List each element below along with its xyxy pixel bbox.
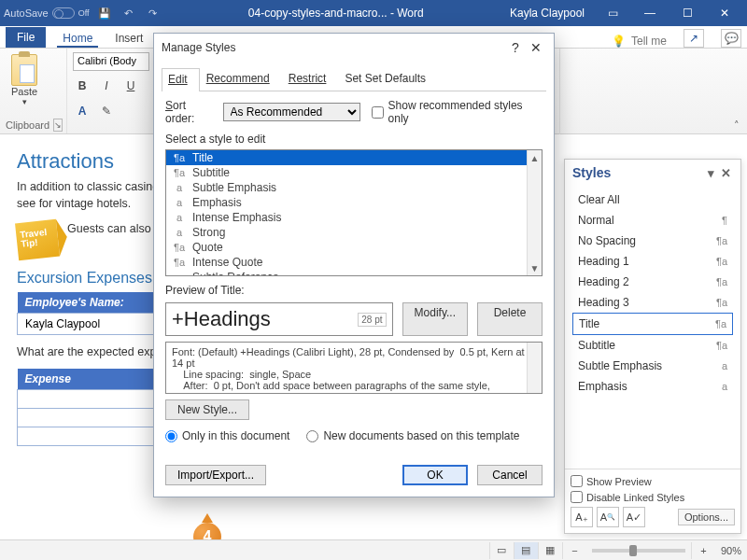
maximize-icon[interactable]: ☐ [669, 0, 706, 26]
scope-this-document-radio[interactable]: Only in this document [165, 429, 289, 442]
new-style-icon-button[interactable]: A₊ [571, 507, 593, 527]
collapse-ribbon-icon[interactable]: ˄ [728, 119, 745, 133]
style-item[interactable]: Clear All [572, 189, 733, 210]
style-description: Font: (Default) +Headings (Calibri Light… [165, 342, 543, 394]
cancel-button[interactable]: Cancel [477, 465, 543, 485]
scroll-down-icon[interactable]: ▼ [528, 260, 542, 275]
font-group: Calibri (Body B I U A ✎ [67, 49, 156, 133]
zoom-out-icon[interactable]: − [562, 542, 586, 559]
minimize-icon[interactable]: — [631, 0, 669, 26]
manage-styles-dialog: Manage Styles ? ✕ Edit Recommend Restric… [153, 33, 555, 497]
highlight-button[interactable]: ✎ [97, 102, 116, 120]
styles-pane-footer: Show Preview Disable Linked Styles A₊ A🔍… [565, 469, 740, 533]
styles-pane: Styles ▾ ✕ Clear AllNormal¶No Spacing¶aH… [564, 159, 741, 534]
scrollbar[interactable] [527, 343, 542, 393]
styles-pane-close-icon[interactable]: ✕ [718, 166, 733, 180]
style-item[interactable]: Title¶a [572, 313, 733, 335]
tab-recommend[interactable]: Recommend [200, 67, 282, 91]
bold-button[interactable]: B [73, 77, 92, 95]
style-list-item[interactable]: aIntense Emphasis [166, 210, 542, 225]
style-list-item[interactable]: ¶aIntense Quote [166, 255, 542, 270]
quick-access-toolbar: AutoSave Off 💾 ↶ ↷ [4, 4, 162, 22]
styles-list[interactable]: Clear AllNormal¶No Spacing¶aHeading 1¶aH… [565, 186, 740, 469]
comments-button[interactable]: 💬 [721, 29, 741, 48]
dialog-help-icon[interactable]: ? [505, 40, 526, 55]
disable-linked-checkbox[interactable]: Disable Linked Styles [571, 491, 735, 503]
style-item[interactable]: Normal¶ [572, 210, 733, 231]
delete-button[interactable]: Delete [477, 302, 543, 336]
save-icon[interactable]: 💾 [95, 4, 114, 22]
clipboard-group-label: Clipboard [6, 119, 49, 131]
modify-button[interactable]: Modify... [402, 302, 468, 336]
paste-button[interactable]: Paste ▾ [6, 52, 43, 106]
zoom-slider[interactable] [592, 549, 685, 553]
user-name[interactable]: Kayla Claypool [510, 7, 585, 20]
scope-template-radio[interactable]: New documents based on this template [306, 429, 519, 442]
tab-insert[interactable]: Insert [109, 28, 148, 48]
style-inspector-icon-button[interactable]: A🔍 [597, 507, 619, 527]
zoom-in-icon[interactable]: + [691, 542, 715, 559]
web-layout-icon[interactable]: ▦ [538, 542, 562, 559]
style-list-item[interactable]: ¶aTitle [166, 150, 542, 165]
tab-set-defaults[interactable]: Set Set Defaults [338, 67, 438, 91]
tab-edit[interactable]: Edit [162, 68, 200, 91]
italic-button[interactable]: I [97, 77, 116, 95]
style-list-item[interactable]: aEmphasis [166, 195, 542, 210]
tab-file[interactable]: File [6, 27, 46, 48]
preview-box: +Headings 28 pt [165, 302, 393, 336]
font-name-combo[interactable]: Calibri (Body [73, 52, 149, 71]
paste-label: Paste [6, 86, 43, 97]
close-icon[interactable]: ✕ [706, 0, 743, 26]
manage-styles-icon-button[interactable]: A✓ [623, 507, 645, 527]
style-item[interactable]: Emphasisa [572, 376, 733, 397]
styles-options-button[interactable]: Options... [678, 509, 735, 525]
autosave-label: AutoSave [4, 7, 49, 19]
tab-home[interactable]: Home [57, 28, 98, 48]
style-list-item[interactable]: ¶aQuote [166, 240, 542, 255]
autosave-toggle[interactable]: AutoSave Off [4, 7, 90, 19]
dialog-close-icon[interactable]: ✕ [526, 40, 546, 55]
new-style-button[interactable]: New Style... [165, 399, 249, 420]
style-description-text: Font: (Default) +Headings (Calibri Light… [172, 346, 528, 391]
style-list-item[interactable]: aSubtle Emphasis [166, 180, 542, 195]
styles-pane-dropdown-icon[interactable]: ▾ [703, 166, 718, 180]
style-item[interactable]: Heading 1¶a [572, 251, 733, 272]
preview-text: +Headings [172, 307, 271, 331]
show-preview-checkbox[interactable]: Show Preview [571, 475, 735, 487]
document-title: 04-copy-styles-and-macro... - Word [162, 7, 510, 20]
show-recommended-only-checkbox[interactable]: Show recommended styles only [372, 99, 543, 125]
clipboard-icon [11, 54, 37, 86]
style-item[interactable]: No Spacing¶a [572, 231, 733, 251]
dialog-style-list[interactable]: ▲ ▼ ¶aTitle¶aSubtitleaSubtle EmphasisaEm… [165, 149, 543, 276]
share-button[interactable]: ↗ [684, 29, 704, 48]
undo-icon[interactable]: ↶ [120, 4, 138, 22]
clipboard-dialog-launcher[interactable]: ↘ [53, 119, 63, 132]
ok-button[interactable]: OK [402, 465, 468, 485]
tell-me-search[interactable]: 💡 Tell me [612, 35, 667, 48]
style-list-item[interactable]: aSubtle Reference [166, 270, 542, 276]
style-list-item[interactable]: aStrong [166, 225, 542, 240]
underline-button[interactable]: U [121, 77, 140, 95]
style-item[interactable]: Subtitle¶a [572, 335, 733, 356]
print-layout-icon[interactable]: ▤ [514, 542, 538, 559]
style-item[interactable]: Subtle Emphasisa [572, 356, 733, 376]
autosave-state: Off [78, 8, 90, 18]
sort-order-select[interactable]: As Recommended [223, 103, 360, 121]
read-mode-icon[interactable]: ▭ [489, 542, 514, 559]
tip-tag-icon: Travel Tip! [15, 219, 60, 260]
import-export-button[interactable]: Import/Export... [165, 465, 266, 485]
tab-restrict[interactable]: Restrict [282, 67, 339, 91]
preview-size: 28 pt [358, 313, 386, 327]
style-item[interactable]: Heading 3¶a [572, 292, 733, 313]
ribbon-options-icon[interactable]: ▭ [594, 0, 631, 26]
preview-label: Preview of Title: [165, 284, 543, 297]
status-bar: ▭ ▤ ▦ − + 90% [0, 539, 747, 560]
zoom-level[interactable]: 90% [721, 545, 741, 556]
font-color-button[interactable]: A [73, 102, 92, 120]
sort-order-label: Sort order: [165, 99, 218, 125]
redo-icon[interactable]: ↷ [144, 4, 162, 22]
style-item[interactable]: Heading 2¶a [572, 272, 733, 292]
scrollbar[interactable]: ▲ ▼ [527, 150, 542, 275]
scroll-up-icon[interactable]: ▲ [528, 150, 542, 165]
style-list-item[interactable]: ¶aSubtitle [166, 165, 542, 180]
